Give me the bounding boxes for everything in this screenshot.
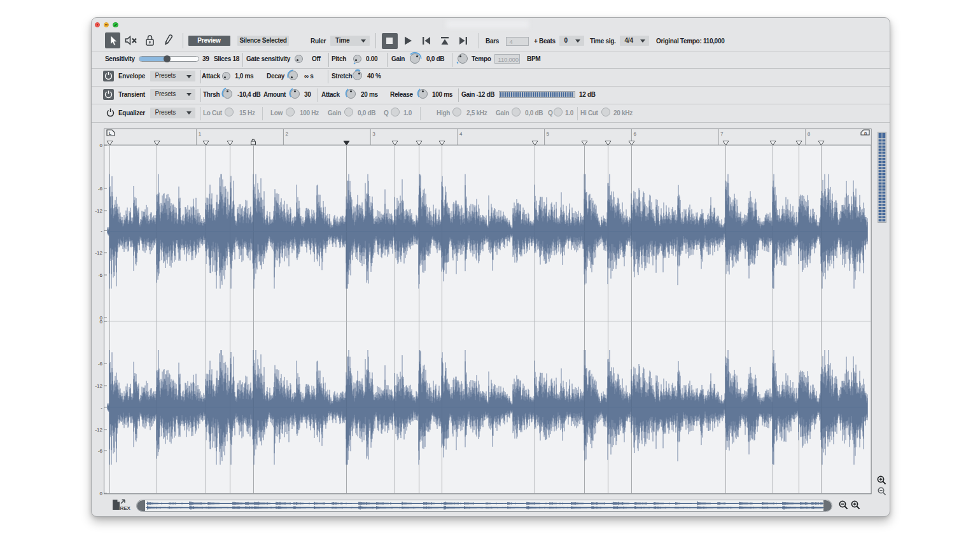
svg-text:4: 4 [459,131,463,137]
svg-text:8: 8 [808,131,811,137]
svg-text:6: 6 [633,131,636,137]
svg-text:3: 3 [372,131,375,137]
svg-text:7: 7 [720,131,724,137]
svg-text:L: L [109,131,111,136]
svg-text:2: 2 [285,131,288,137]
svg-text:1: 1 [199,131,202,137]
svg-text:R: R [864,132,867,136]
svg-text:5: 5 [547,131,550,137]
